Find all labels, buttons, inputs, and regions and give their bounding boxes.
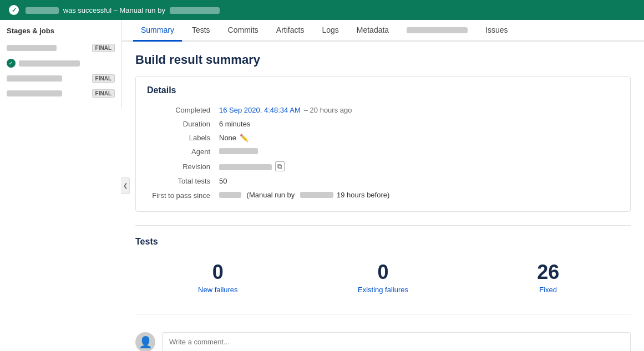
tab-blur[interactable] [399,20,475,42]
fixed-count: 26 [474,261,622,283]
top-bar: was successful – Manual run by [0,0,644,20]
user-avatar: 👤 [135,332,155,351]
app-layout: Stages & jobs FINAL FINAL [0,20,644,351]
detail-row-completed: Completed 16 Sep 2020, 4:48:34 AM – 20 h… [147,103,619,117]
sidebar-item-1-content [7,45,92,51]
sidebar-item-2-label [19,60,80,67]
sidebar-item-4-label [7,90,62,96]
details-section-title: Details [147,85,619,95]
sidebar-item-2-content [7,59,115,68]
top-bar-text: was successful – Manual run by [23,6,222,14]
content-area: Build result summary Details Completed 1… [122,42,644,351]
tests-section-title: Tests [135,237,631,247]
sidebar-item-3-badge: FINAL [92,74,115,83]
duration-text: 6 minutes [219,120,250,128]
tab-commits[interactable]: Commits [220,20,266,42]
new-failures-count: 0 [144,261,292,283]
edit-labels-icon[interactable]: ✏️ [240,134,249,142]
sidebar-wrapper: Stages & jobs FINAL FINAL [0,20,122,351]
existing-failures-label[interactable]: Existing failures [310,286,457,294]
first-to-pass-after: 19 hours before) [337,191,389,199]
success-icon [9,5,19,15]
copy-revision-icon[interactable]: ⧉ [275,161,285,171]
first-to-pass-text: (Manual run by [245,191,297,199]
fixed-stat: 26 Fixed [465,255,631,301]
sidebar-item-4[interactable]: FINAL [0,86,121,101]
first-to-pass-blur [219,192,241,198]
tab-blur-label [407,27,468,33]
detail-label-labels: Labels [147,134,219,142]
top-bar-blur-user [170,7,220,14]
tab-summary[interactable]: Summary [133,20,182,42]
detail-value-first-to-pass: (Manual run by 19 hours before) [219,191,389,199]
comment-input[interactable] [162,332,631,351]
detail-label-revision: Revision [147,162,219,171]
top-bar-label: was successful – Manual run by [63,6,165,14]
detail-value-duration: 6 minutes [219,120,250,128]
existing-failures-count: 0 [310,261,457,283]
sidebar-item-1-badge: FINAL [92,44,115,52]
detail-label-completed: Completed [147,106,219,114]
detail-label-duration: Duration [147,120,219,128]
main-content: Summary Tests Commits Artifacts Logs Met… [122,20,644,351]
sidebar-item-4-badge: FINAL [92,89,115,98]
page-title: Build result summary [135,53,631,67]
agent-blur [219,148,258,154]
revision-blur [219,164,272,170]
detail-label-agent: Agent [147,147,219,156]
detail-row-revision: Revision ⧉ [147,159,619,174]
detail-row-duration: Duration 6 minutes [147,117,619,131]
detail-value-completed: 16 Sep 2020, 4:48:34 AM – 20 hours ago [219,106,352,114]
details-section: Details Completed 16 Sep 2020, 4:48:34 A… [135,76,631,212]
tests-section: Tests 0 New failures 0 Existing failures… [135,237,631,301]
sidebar-item-1[interactable]: FINAL [0,40,121,55]
divider [135,225,631,226]
detail-value-total-tests: 50 [219,177,227,185]
labels-text: None [219,134,236,142]
sidebar-item-3[interactable]: FINAL [0,71,121,86]
new-failures-stat: 0 New failures [135,255,301,301]
tests-grid: 0 New failures 0 Existing failures 26 Fi… [135,255,631,301]
detail-label-total-tests: Total tests [147,177,219,185]
completed-ago: – 20 hours ago [304,106,352,114]
sidebar-item-3-label [7,75,62,82]
detail-value-revision: ⧉ [219,161,285,171]
detail-row-total-tests: Total tests 50 [147,174,619,188]
total-tests-count: 50 [219,177,227,185]
avatar-icon: 👤 [139,335,153,349]
detail-value-agent [219,148,258,154]
sidebar-item-2[interactable] [0,55,121,71]
detail-label-first-to-pass: First to pass since [147,191,219,200]
sidebar: Stages & jobs FINAL FINAL [0,20,122,108]
tab-issues[interactable]: Issues [478,20,515,42]
detail-row-first-to-pass: First to pass since (Manual run by 19 ho… [147,188,619,202]
detail-value-labels: None ✏️ [219,134,249,142]
sidebar-item-1-label [7,45,57,51]
fixed-label[interactable]: Fixed [474,286,622,294]
new-failures-label[interactable]: New failures [144,286,292,294]
sidebar-item-4-content [7,90,92,96]
sidebar-title: Stages & jobs [0,27,121,40]
top-bar-blur-title [26,7,59,14]
first-to-pass-user-blur [300,192,333,198]
revision-link[interactable] [219,162,272,171]
detail-row-labels: Labels None ✏️ [147,131,619,145]
sidebar-item-3-content [7,75,92,82]
tab-logs[interactable]: Logs [314,20,346,42]
divider-2 [135,314,631,314]
comment-area: 👤 [135,325,631,351]
sidebar-check-icon [7,59,16,68]
detail-row-agent: Agent [147,145,619,159]
tab-metadata[interactable]: Metadata [349,20,397,42]
tab-tests[interactable]: Tests [184,20,218,42]
completed-date-link[interactable]: 16 Sep 2020, 4:48:34 AM [219,106,301,114]
existing-failures-stat: 0 Existing failures [301,255,466,301]
tab-artifacts[interactable]: Artifacts [268,20,312,42]
tab-bar: Summary Tests Commits Artifacts Logs Met… [122,20,644,42]
